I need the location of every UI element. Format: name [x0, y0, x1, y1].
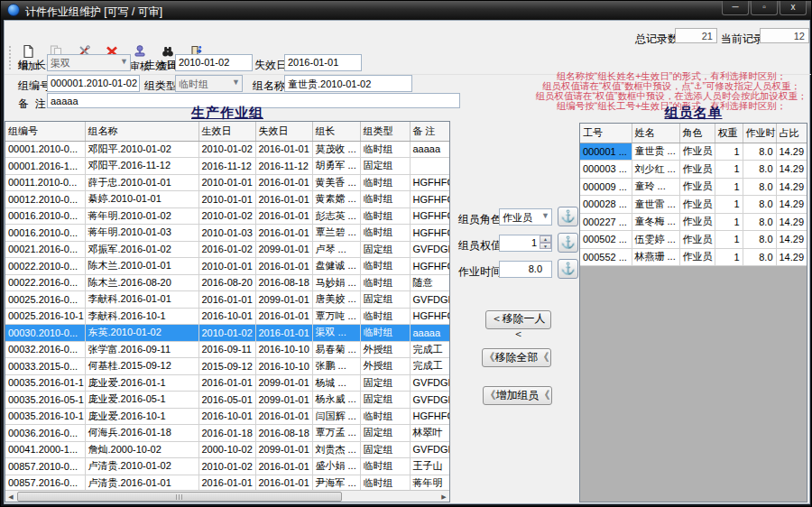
table-row[interactable]: 000028 ...童世雷 ...作业员18.014.29: [580, 196, 807, 214]
table-cell[interactable]: HGFHFG: [410, 258, 449, 275]
table-cell[interactable]: 临时组: [360, 475, 410, 492]
table-cell[interactable]: 黄美香 ...: [312, 174, 360, 191]
table-cell[interactable]: 2016-01-01: [255, 408, 312, 425]
table-cell[interactable]: 张学富.2016-09-11: [85, 341, 198, 358]
table-cell[interactable]: 王子山: [410, 458, 449, 475]
table-cell[interactable]: 1: [715, 213, 743, 231]
column-header[interactable]: 占比: [776, 124, 807, 143]
table-cell[interactable]: 2099-01-01: [255, 374, 312, 392]
table-row[interactable]: 000552 ...林燕珊 ...作业员18.014.29: [580, 248, 807, 266]
table-cell[interactable]: 00035.2016-05-1: [5, 392, 85, 409]
table-row[interactable]: 00857.2016-0...卢清贵.2016-01-012016-01-012…: [5, 475, 449, 492]
table-cell[interactable]: 临时组: [360, 325, 410, 342]
table-cell[interactable]: 2010-01-01: [198, 258, 255, 275]
table-row[interactable]: 00012.2010-0...綦婷.2010-01-012010-01-0120…: [5, 191, 449, 208]
table-row[interactable]: 00011.2010-0...薛于忠.2010-01-012010-01-012…: [5, 174, 449, 191]
table-cell[interactable]: HGFHFG: [410, 225, 449, 242]
table-cell[interactable]: 000003 ...: [580, 161, 632, 179]
table-cell[interactable]: 陈木兰.2016-08-20: [85, 274, 198, 291]
table-cell[interactable]: 盘健诚 ...: [312, 258, 360, 275]
table-cell[interactable]: 詹灿.2000-10-02: [85, 441, 198, 458]
table-cell[interactable]: 作业员: [679, 161, 715, 179]
table-cell[interactable]: 00857.2010-0...: [5, 458, 85, 475]
table-cell[interactable]: 覃兰碧 ...: [312, 225, 360, 242]
table-cell[interactable]: 2016-01-01: [255, 207, 312, 225]
table-cell[interactable]: 000001 ...: [580, 143, 632, 161]
table-cell[interactable]: 闫国辉 ...: [312, 408, 360, 425]
table-cell[interactable]: 临时组: [360, 274, 410, 291]
table-cell[interactable]: 童世贵 ...: [632, 143, 679, 161]
table-cell[interactable]: 2010-01-01: [198, 174, 255, 191]
table-row[interactable]: 00001.2016-1...邓阳平.2016-11-122016-11-122…: [5, 158, 449, 175]
table-cell[interactable]: 1: [715, 161, 743, 179]
toolbar-gripper[interactable]: [9, 46, 11, 70]
table-cell[interactable]: 渠双 ...: [312, 325, 360, 342]
table-cell[interactable]: 临时组: [360, 174, 410, 191]
table-cell[interactable]: 2016-11-12: [198, 158, 255, 175]
spinner-down-icon[interactable]: ▼: [540, 243, 551, 250]
table-cell[interactable]: 覃万孟 ...: [312, 425, 360, 442]
table-cell[interactable]: 覃万吨 ...: [312, 308, 360, 325]
group-type-select[interactable]: 临时组 ▼: [175, 75, 243, 92]
table-cell[interactable]: 2016-09-11: [198, 341, 255, 358]
table-cell[interactable]: 00035.2016-10-1: [5, 408, 85, 425]
table-cell[interactable]: 蒋年明: [410, 475, 449, 492]
table-cell[interactable]: 作业员: [679, 213, 715, 231]
table-cell[interactable]: 2016-01-01: [255, 225, 312, 242]
table-cell[interactable]: 庞业爱.2016-05-1: [85, 392, 198, 409]
table-cell[interactable]: 000009 ...: [580, 178, 632, 196]
remove-all-button[interactable]: 《移除全部《: [482, 348, 551, 367]
table-cell[interactable]: HGFHFG: [410, 174, 449, 191]
table-row[interactable]: 000227 ...童冬梅 ...作业员18.014.29: [580, 213, 807, 231]
table-cell[interactable]: 马妙娟 ...: [312, 274, 360, 291]
table-row[interactable]: 00857.2010-0...卢清贵.2010-01-022010-01-022…: [5, 458, 449, 475]
table-row[interactable]: 00025.2016-0...李献科.2016-01-012016-01-012…: [5, 291, 449, 309]
table-cell[interactable]: 14.29: [776, 196, 807, 214]
column-header[interactable]: 权重: [715, 124, 743, 143]
group-name-field[interactable]: 童世贵.2010-01-02: [284, 75, 412, 92]
table-cell[interactable]: 庞业爱.2016-10-1: [85, 408, 198, 425]
column-header[interactable]: 组名称: [85, 122, 198, 141]
table-cell[interactable]: 2016-01-01: [198, 291, 255, 309]
table-cell[interactable]: [410, 158, 449, 175]
table-cell[interactable]: 邓阳平.2010-01-02: [85, 141, 198, 158]
table-cell[interactable]: 2010-01-02: [198, 207, 255, 225]
table-cell[interactable]: HGFHFG: [410, 308, 449, 325]
table-cell[interactable]: 2016-01-02: [198, 241, 255, 258]
table-cell[interactable]: 2016-01-01: [255, 325, 312, 342]
table-cell[interactable]: 00035.2016-01-1: [5, 374, 85, 392]
add-member-button[interactable]: 《增加组员《: [483, 386, 552, 405]
table-cell[interactable]: 完成工: [410, 358, 449, 375]
table-cell[interactable]: 00033.2015-0...: [5, 358, 85, 375]
table-row[interactable]: 00016.2010-0...蒋年明.2010-01-022010-01-022…: [5, 207, 449, 225]
table-cell[interactable]: aaaaa: [410, 141, 449, 158]
table-cell[interactable]: 童玲 ...: [632, 178, 679, 196]
column-header[interactable]: 组编号: [5, 122, 85, 141]
table-cell[interactable]: 李献科.2016-10-1: [85, 308, 198, 325]
table-cell[interactable]: 卢清贵.2016-01-01: [85, 475, 198, 492]
table-cell[interactable]: 1: [715, 231, 743, 249]
table-cell[interactable]: 林燕珊 ...: [632, 248, 679, 266]
table-cell[interactable]: 童世雷 ...: [632, 196, 679, 214]
table-row[interactable]: 00035.2016-10-1庞业爱.2016-10-12016-10-0120…: [5, 408, 449, 425]
table-cell[interactable]: 2010-01-02: [198, 325, 255, 342]
table-cell[interactable]: 固定组: [360, 392, 410, 409]
table-cell[interactable]: 卢清贵.2010-01-02: [85, 458, 198, 475]
table-cell[interactable]: 2016-08-18: [255, 425, 312, 442]
table-cell[interactable]: 李献科.2016-01-01: [85, 291, 198, 309]
table-cell[interactable]: 2016-01-01: [255, 191, 312, 208]
table-row[interactable]: 000003 ...刘少红 ...作业员18.014.29: [580, 161, 807, 179]
column-header[interactable]: 组类型: [360, 122, 410, 141]
table-cell[interactable]: 00025.2016-10-1: [5, 308, 85, 325]
table-cell[interactable]: 000227 ...: [580, 213, 632, 231]
table-cell[interactable]: GVFDGF: [410, 241, 449, 258]
table-cell[interactable]: HGFHFG: [410, 408, 449, 425]
scroll-left-arrow-icon[interactable]: ◀: [5, 492, 16, 502]
table-cell[interactable]: 000502 ...: [580, 231, 632, 249]
table-cell[interactable]: GVFDGF: [410, 291, 449, 309]
scrollbar-thumb[interactable]: [17, 492, 342, 502]
expire-date-field[interactable]: 2016-01-01: [284, 54, 362, 71]
table-cell[interactable]: 固定组: [360, 291, 410, 309]
table-cell[interactable]: 2016-08-18: [255, 274, 312, 291]
table-cell[interactable]: 2016-01-01: [198, 475, 255, 492]
